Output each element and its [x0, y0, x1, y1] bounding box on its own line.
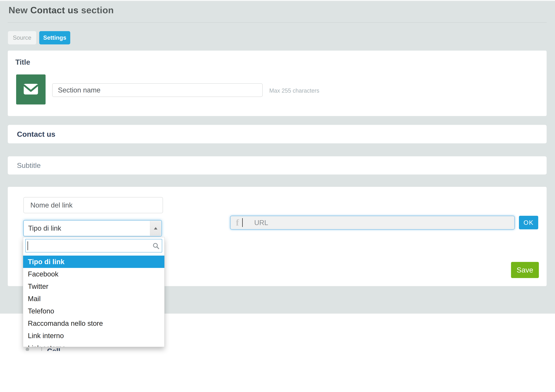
url-field-wrap: f [230, 216, 515, 229]
link-type-selected-value: Tipo di link [28, 221, 61, 236]
contact-us-label: Contact us [17, 130, 55, 138]
dropdown-option[interactable]: Facebook [23, 268, 164, 280]
dropdown-option[interactable]: Raccomanda nello store [23, 317, 164, 329]
contact-us-bar[interactable]: Contact us [8, 125, 547, 143]
page-title-suffix: section [81, 5, 114, 15]
header-divider [8, 22, 547, 23]
page-title: New Contact us section [8, 5, 114, 15]
subtitle-label: Subtitle [17, 161, 41, 170]
row-divider [41, 347, 42, 351]
dropdown-option[interactable]: Telefono [23, 305, 164, 317]
tab-source[interactable]: Source [8, 31, 36, 44]
dropdown-option[interactable]: Link esterno [23, 342, 164, 347]
top-strip [0, 0, 555, 1]
link-type-dropdown: Tipo di linkFacebookTwitterMailTelefonoR… [23, 237, 165, 347]
title-heading: Title [15, 58, 30, 66]
page: New Contact us section Source Settings T… [0, 0, 555, 392]
dropdown-option[interactable]: Link interno [23, 329, 164, 342]
cell-label: Cell [47, 347, 60, 351]
dropdown-option[interactable]: Mail [23, 292, 164, 305]
url-input[interactable] [230, 216, 515, 229]
save-button[interactable]: Save [511, 262, 539, 278]
section-name-input[interactable] [52, 83, 263, 97]
background-row: Cell [0, 347, 120, 351]
select-scroll-strip [150, 221, 161, 236]
max-characters-hint: Max 255 characters [269, 87, 319, 94]
title-panel: Title Max 255 characters [8, 50, 547, 116]
tab-settings[interactable]: Settings [39, 31, 70, 44]
dropdown-option[interactable]: Tipo di link [23, 256, 164, 268]
link-type-select[interactable]: Tipo di link [23, 220, 162, 236]
page-title-prefix: New [8, 5, 28, 15]
subtitle-bar[interactable]: Subtitle [8, 156, 547, 174]
section-type-tile [16, 74, 45, 105]
page-title-bold: Contact us [30, 5, 79, 15]
dropdown-search-input[interactable] [25, 239, 162, 252]
bullet-circle-icon [26, 348, 29, 351]
dropdown-options: Tipo di linkFacebookTwitterMailTelefonoR… [23, 256, 164, 347]
ok-button[interactable]: OK [519, 216, 538, 229]
dropdown-option[interactable]: Twitter [23, 280, 164, 292]
link-name-input[interactable] [23, 197, 163, 213]
envelope-icon [23, 82, 39, 97]
chevron-up-icon [154, 227, 157, 229]
